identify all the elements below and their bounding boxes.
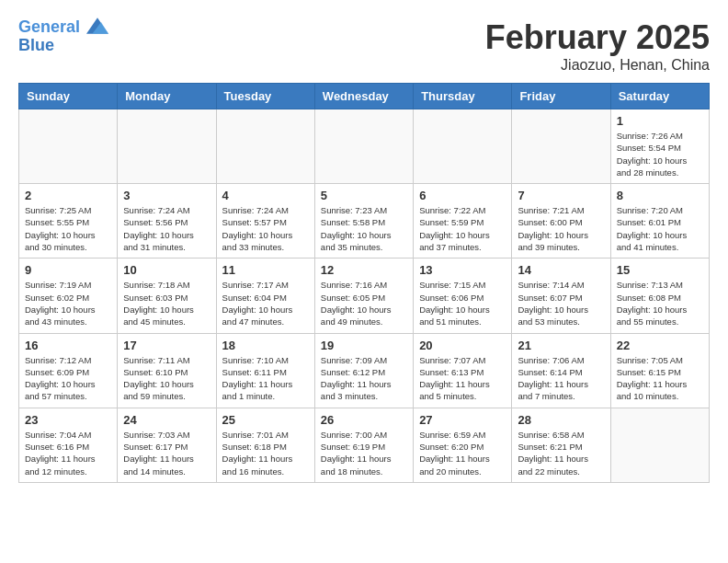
day-number: 4 [222, 189, 309, 202]
day-info: Sunrise: 7:22 AM Sunset: 5:59 PM Dayligh… [419, 204, 506, 253]
calendar-day-cell: 14Sunrise: 7:14 AM Sunset: 6:07 PM Dayli… [512, 259, 610, 333]
day-info: Sunrise: 7:20 AM Sunset: 6:01 PM Dayligh… [617, 204, 703, 253]
calendar-day-cell [414, 109, 512, 184]
logo-text: General [18, 18, 108, 37]
calendar-day-cell [610, 408, 709, 482]
day-number: 2 [25, 189, 111, 202]
day-number: 5 [321, 189, 407, 202]
calendar-day-cell: 24Sunrise: 7:03 AM Sunset: 6:17 PM Dayli… [118, 408, 216, 482]
calendar-day-cell: 19Sunrise: 7:09 AM Sunset: 6:12 PM Dayli… [314, 333, 413, 408]
calendar-day-cell: 2Sunrise: 7:25 AM Sunset: 5:55 PM Daylig… [19, 184, 118, 259]
day-info: Sunrise: 7:23 AM Sunset: 5:58 PM Dayligh… [321, 204, 407, 253]
day-number: 24 [123, 413, 210, 427]
day-number: 6 [419, 189, 506, 202]
calendar-header-row: SundayMondayTuesdayWednesdayThursdayFrid… [19, 84, 710, 109]
day-number: 25 [222, 413, 309, 427]
calendar-day-cell: 13Sunrise: 7:15 AM Sunset: 6:06 PM Dayli… [414, 259, 512, 333]
calendar-day-cell [216, 109, 314, 184]
day-number: 19 [321, 339, 407, 352]
logo: General Blue [18, 18, 108, 55]
logo-blue: Blue [18, 37, 108, 55]
calendar-day-cell: 27Sunrise: 6:59 AM Sunset: 6:20 PM Dayli… [414, 408, 512, 482]
calendar-day-cell [512, 109, 610, 184]
calendar-day-cell: 22Sunrise: 7:05 AM Sunset: 6:15 PM Dayli… [610, 333, 709, 408]
day-number: 8 [617, 189, 703, 202]
day-info: Sunrise: 7:07 AM Sunset: 6:13 PM Dayligh… [419, 354, 506, 403]
page-header: General Blue February 2025 Jiaozuo, Hena… [18, 18, 710, 74]
day-number: 15 [617, 263, 703, 277]
day-info: Sunrise: 7:06 AM Sunset: 6:14 PM Dayligh… [518, 354, 604, 403]
day-info: Sunrise: 7:01 AM Sunset: 6:18 PM Dayligh… [222, 429, 309, 477]
calendar-day-cell: 4Sunrise: 7:24 AM Sunset: 5:57 PM Daylig… [216, 184, 314, 259]
day-info: Sunrise: 7:14 AM Sunset: 6:07 PM Dayligh… [518, 279, 604, 327]
day-number: 18 [222, 339, 309, 352]
day-info: Sunrise: 7:26 AM Sunset: 5:54 PM Dayligh… [617, 130, 703, 178]
month-title: February 2025 [485, 18, 710, 57]
calendar-week-row: 23Sunrise: 7:04 AM Sunset: 6:16 PM Dayli… [19, 408, 710, 482]
calendar-week-row: 1Sunrise: 7:26 AM Sunset: 5:54 PM Daylig… [19, 109, 710, 184]
day-number: 27 [419, 413, 506, 427]
calendar-day-header: Wednesday [314, 84, 413, 109]
calendar-day-cell [19, 109, 118, 184]
calendar-day-header: Friday [512, 84, 610, 109]
day-info: Sunrise: 7:09 AM Sunset: 6:12 PM Dayligh… [321, 354, 407, 403]
day-info: Sunrise: 7:25 AM Sunset: 5:55 PM Dayligh… [25, 204, 111, 253]
day-number: 17 [123, 339, 210, 352]
calendar-day-header: Saturday [610, 84, 709, 109]
calendar-day-cell: 10Sunrise: 7:18 AM Sunset: 6:03 PM Dayli… [118, 259, 216, 333]
calendar-day-cell [118, 109, 216, 184]
day-info: Sunrise: 7:05 AM Sunset: 6:15 PM Dayligh… [617, 354, 703, 403]
day-number: 14 [518, 263, 604, 277]
day-number: 21 [518, 339, 604, 352]
day-info: Sunrise: 7:16 AM Sunset: 6:05 PM Dayligh… [321, 279, 407, 327]
day-info: Sunrise: 7:04 AM Sunset: 6:16 PM Dayligh… [25, 429, 111, 477]
calendar-day-header: Tuesday [216, 84, 314, 109]
day-number: 16 [25, 339, 111, 352]
calendar-week-row: 9Sunrise: 7:19 AM Sunset: 6:02 PM Daylig… [19, 259, 710, 333]
calendar-day-header: Sunday [19, 84, 118, 109]
calendar-day-cell: 20Sunrise: 7:07 AM Sunset: 6:13 PM Dayli… [414, 333, 512, 408]
calendar-day-cell: 6Sunrise: 7:22 AM Sunset: 5:59 PM Daylig… [414, 184, 512, 259]
calendar-day-cell: 23Sunrise: 7:04 AM Sunset: 6:16 PM Dayli… [19, 408, 118, 482]
day-info: Sunrise: 7:24 AM Sunset: 5:57 PM Dayligh… [222, 204, 309, 253]
calendar-day-header: Monday [118, 84, 216, 109]
calendar-day-cell: 9Sunrise: 7:19 AM Sunset: 6:02 PM Daylig… [19, 259, 118, 333]
day-number: 11 [222, 263, 309, 277]
calendar-day-cell: 16Sunrise: 7:12 AM Sunset: 6:09 PM Dayli… [19, 333, 118, 408]
day-info: Sunrise: 7:18 AM Sunset: 6:03 PM Dayligh… [123, 279, 210, 327]
calendar-day-cell: 28Sunrise: 6:58 AM Sunset: 6:21 PM Dayli… [512, 408, 610, 482]
day-number: 7 [518, 189, 604, 202]
calendar-day-cell: 21Sunrise: 7:06 AM Sunset: 6:14 PM Dayli… [512, 333, 610, 408]
day-number: 13 [419, 263, 506, 277]
calendar-day-cell: 25Sunrise: 7:01 AM Sunset: 6:18 PM Dayli… [216, 408, 314, 482]
day-number: 3 [123, 189, 210, 202]
day-info: Sunrise: 7:13 AM Sunset: 6:08 PM Dayligh… [617, 279, 703, 327]
day-number: 20 [419, 339, 506, 352]
day-info: Sunrise: 7:19 AM Sunset: 6:02 PM Dayligh… [25, 279, 111, 327]
day-info: Sunrise: 6:58 AM Sunset: 6:21 PM Dayligh… [518, 429, 604, 477]
calendar-day-cell: 17Sunrise: 7:11 AM Sunset: 6:10 PM Dayli… [118, 333, 216, 408]
calendar-day-cell: 11Sunrise: 7:17 AM Sunset: 6:04 PM Dayli… [216, 259, 314, 333]
calendar-day-cell: 7Sunrise: 7:21 AM Sunset: 6:00 PM Daylig… [512, 184, 610, 259]
calendar-day-cell: 8Sunrise: 7:20 AM Sunset: 6:01 PM Daylig… [610, 184, 709, 259]
calendar-day-cell: 5Sunrise: 7:23 AM Sunset: 5:58 PM Daylig… [314, 184, 413, 259]
logo-icon [86, 17, 108, 35]
day-number: 26 [321, 413, 407, 427]
calendar-day-cell: 26Sunrise: 7:00 AM Sunset: 6:19 PM Dayli… [314, 408, 413, 482]
location: Jiaozuo, Henan, China [485, 57, 710, 74]
day-info: Sunrise: 7:12 AM Sunset: 6:09 PM Dayligh… [25, 354, 111, 403]
calendar-day-cell: 1Sunrise: 7:26 AM Sunset: 5:54 PM Daylig… [610, 109, 709, 184]
day-info: Sunrise: 7:03 AM Sunset: 6:17 PM Dayligh… [123, 429, 210, 477]
calendar-day-cell: 3Sunrise: 7:24 AM Sunset: 5:56 PM Daylig… [118, 184, 216, 259]
day-info: Sunrise: 7:11 AM Sunset: 6:10 PM Dayligh… [123, 354, 210, 403]
day-info: Sunrise: 7:15 AM Sunset: 6:06 PM Dayligh… [419, 279, 506, 327]
day-info: Sunrise: 7:10 AM Sunset: 6:11 PM Dayligh… [222, 354, 309, 403]
day-number: 12 [321, 263, 407, 277]
title-block: February 2025 Jiaozuo, Henan, China [485, 18, 710, 74]
calendar-day-cell [314, 109, 413, 184]
calendar-day-cell: 12Sunrise: 7:16 AM Sunset: 6:05 PM Dayli… [314, 259, 413, 333]
day-number: 10 [123, 263, 210, 277]
calendar-week-row: 2Sunrise: 7:25 AM Sunset: 5:55 PM Daylig… [19, 184, 710, 259]
day-info: Sunrise: 7:21 AM Sunset: 6:00 PM Dayligh… [518, 204, 604, 253]
calendar-day-header: Thursday [414, 84, 512, 109]
